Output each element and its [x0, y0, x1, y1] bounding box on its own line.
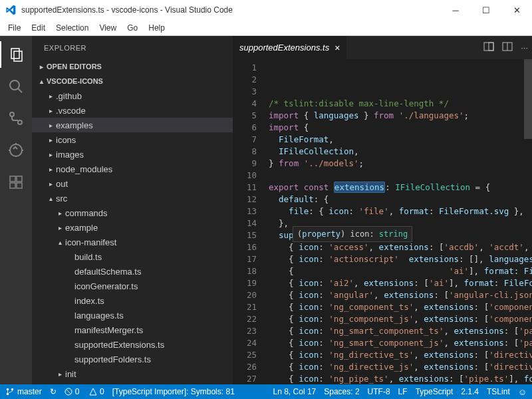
- tree-item[interactable]: iconGenerator.ts: [32, 279, 233, 293]
- twisty-icon: ▴: [55, 239, 65, 246]
- tree-item[interactable]: ▸commands: [32, 205, 233, 220]
- project-header[interactable]: ▴VSCODE-ICONS: [32, 74, 233, 88]
- tree-item-label: languages.ts: [74, 311, 124, 321]
- tree-item[interactable]: manifestMerger.ts: [32, 323, 233, 337]
- code-line: [269, 170, 532, 182]
- titlebar: supportedExtensions.ts - vscode-icons - …: [0, 0, 532, 20]
- status-indent[interactable]: Spaces: 2: [324, 387, 359, 396]
- activity-bar: [0, 36, 32, 384]
- tree-item[interactable]: build.ts: [32, 249, 233, 264]
- svg-line-22: [66, 390, 70, 394]
- tree-item[interactable]: ▸images: [32, 147, 233, 162]
- tree-item-label: node_modules: [56, 164, 112, 174]
- twisty-icon: ▸: [55, 209, 65, 217]
- split-editor-icon[interactable]: [483, 41, 494, 54]
- twisty-icon: ▸: [45, 122, 56, 129]
- tree-item[interactable]: ▴src: [32, 191, 233, 205]
- status-ts-version[interactable]: 2.1.4: [461, 387, 479, 396]
- line-gutter: 1234567891011121314151617181920212223242…: [233, 59, 269, 384]
- menu-help[interactable]: Help: [143, 22, 170, 34]
- svg-point-18: [7, 388, 9, 391]
- status-eol[interactable]: LF: [398, 387, 408, 396]
- status-language[interactable]: TypeScript: [416, 387, 454, 396]
- tree-item-label: commands: [65, 208, 108, 218]
- activity-explorer-icon[interactable]: [0, 41, 32, 68]
- activity-debug-icon[interactable]: [0, 137, 32, 164]
- tree-item[interactable]: ▸init: [32, 366, 233, 381]
- svg-line-3: [18, 88, 22, 92]
- code-content[interactable]: (property) icon: string /* tslint:disabl…: [269, 59, 532, 384]
- hover-tooltip: (property) icon: string: [293, 226, 412, 242]
- window-close-button[interactable]: ✕: [501, 0, 532, 20]
- svg-rect-11: [17, 176, 22, 182]
- tree-item[interactable]: index.ts: [32, 293, 233, 308]
- tree-item-label: out: [56, 179, 68, 189]
- status-feedback-icon[interactable]: ☺: [518, 387, 527, 397]
- activity-search-icon[interactable]: [0, 73, 32, 100]
- tree-item[interactable]: supportedFolders.ts: [32, 352, 233, 366]
- code-line: import { languages } from './languages';: [269, 110, 532, 122]
- tree-item[interactable]: ▸icons: [32, 132, 233, 147]
- editor-tabs: supportedExtensions.ts × ···: [233, 36, 532, 59]
- window-maximize-button[interactable]: ☐: [471, 0, 501, 20]
- menu-edit[interactable]: Edit: [26, 22, 51, 34]
- twisty-icon: ▸: [45, 92, 56, 100]
- code-line: { icon: 'ng_smart_component_ts', extensi…: [269, 325, 532, 337]
- code-line: { 'ai'], format: FileForm: [269, 265, 532, 277]
- tree-item[interactable]: ▴icon-manifest: [32, 235, 233, 249]
- tab-supportedextensions[interactable]: supportedExtensions.ts ×: [233, 36, 346, 59]
- more-actions-icon[interactable]: ···: [521, 43, 528, 53]
- open-editors-header[interactable]: ▸OPEN EDITORS: [32, 59, 233, 74]
- tree-item-label: supportedFolders.ts: [74, 354, 151, 364]
- tree-item[interactable]: ▸.vscode: [32, 103, 233, 118]
- code-line: { icon: 'ng_smart_component_js', extensi…: [269, 337, 532, 349]
- twisty-icon: ▸: [45, 180, 56, 188]
- tree-item-label: .vscode: [56, 106, 86, 116]
- editor-layout-icon[interactable]: [502, 41, 513, 54]
- scrollbar-thumb[interactable]: [524, 59, 532, 139]
- tree-item[interactable]: ▸node_modules: [32, 162, 233, 176]
- twisty-icon: ▸: [45, 151, 56, 158]
- tree-item-label: manifestMerger.ts: [74, 325, 143, 335]
- status-encoding[interactable]: UTF-8: [368, 387, 390, 396]
- menu-file[interactable]: File: [3, 22, 26, 34]
- code-line: default: {: [269, 194, 532, 205]
- status-problems[interactable]: 0 0: [65, 387, 104, 396]
- svg-rect-15: [489, 43, 493, 51]
- menu-go[interactable]: Go: [122, 22, 143, 34]
- status-ts-importer[interactable]: [TypeScript Importer]: Symbols: 81: [112, 387, 235, 396]
- twisty-icon: ▸: [45, 166, 56, 173]
- svg-point-2: [10, 80, 19, 90]
- svg-point-19: [11, 388, 14, 391]
- tree-item[interactable]: ▸example: [32, 220, 233, 235]
- tree-item-label: init: [65, 369, 76, 379]
- editor-scrollbar[interactable]: [524, 59, 532, 384]
- svg-point-20: [7, 393, 9, 396]
- tree-item-label: src: [56, 194, 67, 203]
- code-line: { icon: 'angular', extensions: ['angular…: [269, 289, 532, 301]
- menubar: FileEditSelectionViewGoHelp: [0, 20, 532, 36]
- tree-item[interactable]: ▸out: [32, 176, 233, 191]
- tree-item-label: icons: [56, 135, 76, 145]
- menu-selection[interactable]: Selection: [51, 22, 94, 34]
- activity-extensions-icon[interactable]: [0, 169, 32, 196]
- tree-item-label: iconGenerator.ts: [74, 281, 138, 291]
- tree-item[interactable]: languages.ts: [32, 308, 233, 323]
- tab-close-icon[interactable]: ×: [334, 43, 340, 53]
- activity-scm-icon[interactable]: [0, 105, 32, 132]
- code-line: { icon: 'access', extensions: ['accdb', …: [269, 241, 532, 253]
- tab-label: supportedExtensions.ts: [239, 43, 329, 53]
- tree-item-label: index.ts: [74, 296, 104, 306]
- tree-item-label: icon-manifest: [65, 237, 116, 247]
- status-branch[interactable]: master: [5, 387, 42, 396]
- status-cursor[interactable]: Ln 8, Col 17: [273, 387, 317, 396]
- tree-item[interactable]: ▸.github: [32, 88, 233, 103]
- window-minimize-button[interactable]: ─: [440, 0, 471, 20]
- tree-item[interactable]: supportedExtensions.ts: [32, 337, 233, 352]
- status-sync[interactable]: ↻: [50, 387, 57, 396]
- tree-item[interactable]: defaultSchema.ts: [32, 264, 233, 279]
- svg-rect-10: [10, 176, 15, 182]
- status-tslint[interactable]: TSLint: [487, 387, 510, 396]
- tree-item[interactable]: ▸examples: [32, 118, 233, 132]
- menu-view[interactable]: View: [94, 22, 122, 34]
